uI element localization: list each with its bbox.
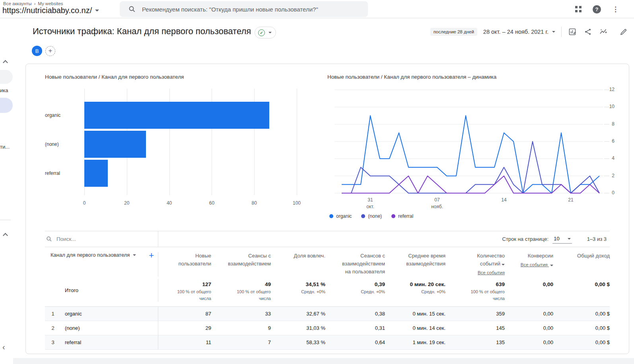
chevron-up-icon[interactable] [3, 60, 8, 65]
global-search-bar[interactable] [120, 1, 368, 17]
bar-category-label: organic [45, 102, 60, 129]
all-events-link[interactable]: Все события [505, 261, 553, 269]
bar-gridline [297, 89, 297, 195]
rows-per-page-select[interactable]: 10 [552, 234, 572, 244]
customize-report-button[interactable] [568, 27, 577, 37]
header-controls: последние 28 дней 28 окт. – 24 нояб. 202… [430, 25, 628, 38]
chevron-up-icon[interactable] [3, 233, 8, 238]
line-series-organic [342, 116, 599, 193]
chevron-down-icon [502, 264, 505, 265]
bar-category-label: (none) [45, 131, 59, 158]
total-value: 49 [211, 279, 271, 287]
sidebar-item-label[interactable]: ика [0, 87, 8, 93]
chevron-down-icon [550, 265, 553, 266]
channel-name: referral [61, 335, 158, 349]
column-header[interactable]: Конверсии Все события [505, 252, 553, 277]
bar-category-labels: organic(none)referral [45, 89, 84, 195]
share-button[interactable] [583, 27, 593, 37]
table-row[interactable]: 2(none)29931,03 %0,310 мин. 14 сек.1450,… [45, 321, 610, 335]
sidebar-item-label[interactable]: ти... [0, 144, 10, 150]
column-header[interactable]: Доля вовлеч. [271, 252, 325, 277]
comparison-chip-all-users[interactable]: B [32, 46, 42, 56]
property-name: https://nutriciababy.co.nz/ [2, 6, 92, 15]
metric-value: 11 [158, 335, 211, 349]
grid-icon[interactable] [575, 6, 581, 12]
total-sub: Средн. +0% [281, 288, 325, 295]
table-toolbar: Строк на странице: 10 1–3 из 3 [45, 231, 610, 247]
more-vertical-icon[interactable]: ⋮ [612, 5, 619, 14]
rows-per-page-label: Строк на странице: [502, 236, 549, 242]
bar-x-tick-label: 60 [209, 200, 214, 206]
metric-value: 0 мин. 15 сек. [385, 307, 445, 321]
metric-value: 0 мин. 14 сек. [385, 321, 445, 335]
add-dimension-button[interactable]: + [149, 252, 154, 259]
table-body: 1organic873332,67 %0,380 мин. 15 сек.359… [45, 307, 610, 350]
metric-value: 29 [158, 321, 211, 335]
check-icon: ✓ [258, 29, 265, 36]
collapse-panel-icon[interactable]: ‹ [2, 343, 5, 352]
breadcrumb-accounts[interactable]: Все аккаунты [3, 1, 32, 6]
metric-value: 145 [445, 321, 505, 335]
column-header[interactable]: Количество событий Все события [445, 252, 505, 277]
column-header[interactable]: Сеансов с взаимодействием на пользовател… [325, 252, 385, 277]
total-value: 0,39 [325, 279, 385, 287]
table-row[interactable]: 3referral11758,33 %0,641 мин. 19 сек.135… [45, 335, 610, 350]
line-chart-title: Новые пользователи / Канал для первого п… [327, 74, 496, 80]
add-comparison-button[interactable]: + [45, 46, 55, 56]
channel-name: (none) [61, 321, 158, 335]
breadcrumb-website[interactable]: My websites [38, 1, 63, 6]
line-y-tick-label: 0 [603, 190, 615, 196]
sidebar-item-pill[interactable] [0, 70, 13, 84]
edit-report-button[interactable] [619, 27, 628, 37]
chart-legend: organic(none)referral [329, 213, 413, 219]
table-row[interactable]: 1organic873332,67 %0,380 мин. 15 сек.359… [45, 307, 610, 321]
metric-value: 1 мин. 19 сек. [385, 335, 445, 349]
property-switcher[interactable]: https://nutriciababy.co.nz/ [2, 6, 99, 15]
row-number: 2 [45, 321, 61, 335]
all-events-link[interactable]: Все события [445, 269, 505, 277]
table-search[interactable] [45, 231, 158, 247]
total-value: 0 мин. 20 сек. [385, 279, 445, 287]
table-search-input[interactable] [56, 236, 136, 242]
bar-x-axis-labels: 020406080100 [84, 200, 297, 207]
sidebar-item-pill-selected[interactable] [0, 98, 13, 113]
date-range-selector[interactable]: 28 окт. – 24 нояб. 2021 г. [483, 29, 555, 35]
date-range-label: 28 окт. – 24 нояб. 2021 г. [483, 29, 548, 35]
edit-chart-icon [568, 28, 576, 36]
metric-value: 0,64 [325, 335, 385, 349]
dimension-selector[interactable]: Канал для первого пользователя [51, 252, 136, 258]
line-y-tick-label: 12 [603, 87, 615, 92]
bottom-strip [13, 358, 634, 364]
share-icon [584, 28, 592, 36]
dimension-header-label: Канал для первого пользователя [51, 252, 130, 258]
breadcrumb-separator-icon: › [34, 1, 36, 6]
column-header[interactable]: Сеансы с взаимодействием [211, 252, 271, 277]
line-series-referral [342, 176, 599, 193]
line-chart: 121086420 [335, 89, 621, 194]
metric-value: 58,33 % [271, 335, 325, 349]
search-icon [128, 6, 136, 13]
pagination: Строк на странице: 10 1–3 из 3 [502, 234, 610, 244]
column-header[interactable]: Среднее время взаимодействия [385, 252, 445, 277]
legend-item: referral [391, 213, 413, 219]
insights-button[interactable] [599, 27, 608, 37]
total-value: 0,00 [505, 279, 553, 287]
global-search-input[interactable] [142, 6, 368, 13]
line-y-tick-label: 4 [603, 155, 615, 161]
comparison-chips: B + [32, 46, 55, 56]
divider [561, 27, 562, 37]
column-header[interactable]: Новые пользователи [158, 252, 211, 277]
report-status-badge[interactable]: ✓ [255, 27, 276, 39]
legend-label: (none) [368, 213, 382, 219]
chevron-down-icon [95, 10, 99, 12]
legend-dot-icon [361, 214, 365, 218]
line-x-axis-labels: 31окт.07нояб.1421 [335, 197, 611, 210]
total-sub: 100 % от общего числа [167, 288, 211, 302]
help-icon[interactable]: ? [593, 5, 601, 14]
total-sub: 100 % от общего числа [226, 288, 271, 302]
legend-item: organic [329, 213, 352, 219]
column-header[interactable]: Общий доход [553, 252, 610, 277]
bar-x-tick-label: 0 [83, 200, 86, 206]
report-card: Новые пользователи / Канал для первого п… [25, 64, 629, 354]
topbar-icons: ? ⋮ [575, 0, 619, 18]
